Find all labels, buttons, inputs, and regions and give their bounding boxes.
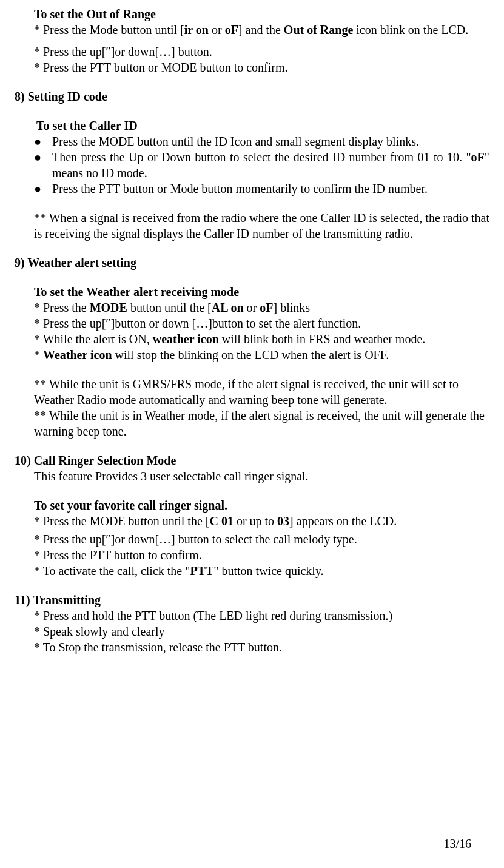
section-heading-10: 10) Call Ringer Selection Mode xyxy=(15,453,489,468)
text: Then press the Up or Down button to sele… xyxy=(52,150,471,164)
page-number: 13/16 xyxy=(443,836,471,852)
instruction-line: * Press the up[″]or down[…] button. xyxy=(34,44,489,59)
instruction-line: * Press the PTT button to confirm. xyxy=(34,547,489,563)
instruction-line: * Press the MODE button until the [AL on… xyxy=(34,300,489,315)
text: * Press the Mode button until [ xyxy=(34,23,184,36)
instruction-line: Then press the Up or Down button to sele… xyxy=(52,149,489,181)
bold-text: oF xyxy=(225,23,238,36)
intro-text: This feature Provides 3 user selectable … xyxy=(34,468,489,484)
instruction-line: * To activate the call, click the "PTT" … xyxy=(34,563,489,579)
instruction-line: Press the PTT button or Mode button mome… xyxy=(52,181,489,197)
subsection-title-call-ringer: To set your favorite call ringer signal. xyxy=(34,497,489,513)
bold-text: weather icon xyxy=(153,332,219,346)
subsection-title-out-of-range: To set the Out of Range xyxy=(34,6,489,22)
text: ] blinks xyxy=(273,301,310,314)
subsection-title-weather-alert: To set the Weather alert receiving mode xyxy=(34,284,489,300)
instruction-line: * Press the up[″]or down[…] button to se… xyxy=(34,531,489,547)
section-heading-9: 9) Weather alert setting xyxy=(15,255,489,271)
instruction-line: * Press the up[″]button or down […]butto… xyxy=(34,315,489,331)
bold-text: ir on xyxy=(184,23,209,36)
instruction-line: * Speak slowly and clearly xyxy=(34,624,489,639)
text: ] appears on the LCD. xyxy=(289,514,397,528)
text: * To activate the call, click the " xyxy=(34,564,190,577)
instruction-line: * To Stop the transmission, release the … xyxy=(34,639,489,655)
bold-text: PTT xyxy=(190,564,213,577)
text: button until the [ xyxy=(127,301,212,314)
instruction-line: * While the alert is ON, weather icon wi… xyxy=(34,331,489,347)
bold-text: MODE xyxy=(90,301,127,314)
bullet-icon: ● xyxy=(34,133,52,149)
text: * While the alert is ON, xyxy=(34,332,153,346)
instruction-line: * Weather icon will stop the blinking on… xyxy=(34,347,489,363)
note-text: ** When a signal is received from the ra… xyxy=(34,210,489,241)
bold-text: oF xyxy=(471,150,485,164)
subsection-title-caller-id: To set the Caller ID xyxy=(36,118,489,133)
note-text: ** While the unit is in Weather mode, if… xyxy=(34,408,489,439)
text: " button twice quickly. xyxy=(213,564,323,577)
section-heading-8: 8) Setting ID code xyxy=(15,89,489,104)
instruction-line: * Press and hold the PTT button (The LED… xyxy=(34,608,489,624)
text: or xyxy=(209,23,225,36)
note-text: ** While the unit is GMRS/FRS mode, if t… xyxy=(34,376,489,408)
bold-text: Weather icon xyxy=(43,348,112,362)
section-heading-11: 11) Transmitting xyxy=(15,592,489,608)
instruction-line: * Press the PTT button or MODE button to… xyxy=(34,59,489,75)
bullet-icon: ● xyxy=(34,149,52,181)
text: icon blink on the LCD. xyxy=(353,23,468,36)
bullet-icon: ● xyxy=(34,181,52,197)
instruction-line: * Press the MODE button until the [C 01 … xyxy=(34,513,489,529)
instruction-line: Press the MODE button until the ID Icon … xyxy=(52,133,489,149)
bold-text: Out of Range xyxy=(284,23,353,36)
text: ] and the xyxy=(238,23,284,36)
text: * Press the MODE button until the [ xyxy=(34,514,209,528)
bold-text: oF xyxy=(260,301,273,314)
text: * xyxy=(34,348,43,362)
text: will stop the blinking on the LCD when t… xyxy=(112,348,389,362)
bold-text: AL on xyxy=(212,301,244,314)
text: will blink both in FRS and weather mode. xyxy=(219,332,426,346)
bold-text: C 01 xyxy=(209,514,233,528)
instruction-line: * Press the Mode button until [ir on or … xyxy=(34,22,489,38)
text: or up to xyxy=(234,514,277,528)
text: or xyxy=(244,301,260,314)
bold-text: 03 xyxy=(277,514,289,528)
text: * Press the xyxy=(34,301,90,314)
